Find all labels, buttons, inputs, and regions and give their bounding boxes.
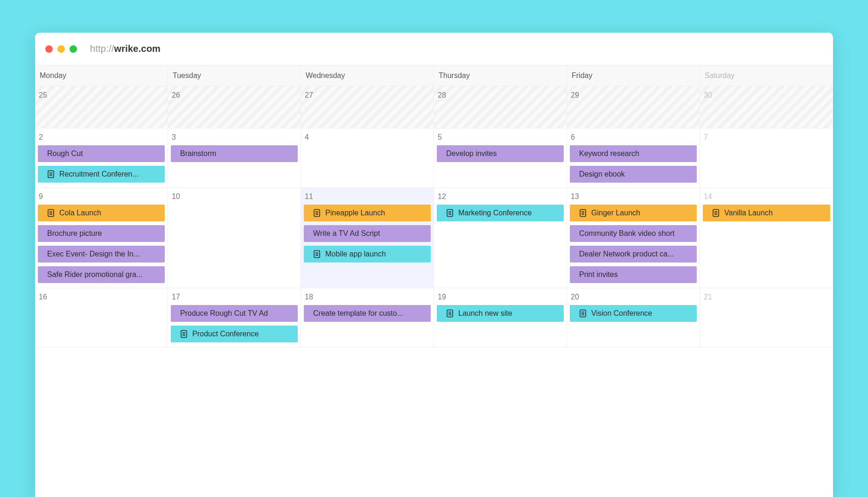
day-cell[interactable]: 16 — [35, 288, 168, 347]
events-list: Keyword researchDesign ebook — [570, 145, 697, 183]
day-cell[interactable]: 10 — [168, 188, 301, 288]
calendar-event[interactable]: Marketing Conference — [437, 205, 564, 221]
calendar-event[interactable]: Ginger Launch — [570, 205, 697, 221]
document-icon — [180, 330, 188, 338]
calendar-event[interactable]: Recruitment Conferen... — [38, 166, 165, 183]
day-cell[interactable]: 28 — [434, 86, 567, 128]
day-cell[interactable]: 5Develop invites — [434, 128, 567, 187]
document-icon — [47, 170, 55, 178]
event-label: Rough Cut — [47, 149, 83, 158]
day-number: 9 — [39, 192, 165, 201]
document-icon — [313, 250, 321, 258]
calendar-event[interactable]: Develop invites — [437, 145, 564, 162]
day-number: 10 — [172, 192, 298, 201]
day-header: Friday — [567, 65, 700, 86]
day-cell[interactable]: 11Pineapple LaunchWrite a TV Ad ScriptMo… — [301, 188, 434, 288]
event-label: Ginger Launch — [591, 209, 640, 217]
day-number: 30 — [704, 91, 830, 99]
events-list: Brainstorm — [171, 145, 298, 162]
day-cell[interactable]: 14Vanilla Launch — [700, 188, 833, 288]
day-cell[interactable]: 2Rough CutRecruitment Conferen... — [35, 128, 168, 187]
day-number: 4 — [305, 133, 431, 142]
day-cell[interactable]: 18Create template for custo... — [301, 288, 434, 347]
day-cell[interactable]: 17Produce Rough Cut TV AdProduct Confere… — [168, 288, 301, 347]
calendar-event[interactable]: Design ebook — [570, 166, 697, 183]
events-list: Vision Conference — [570, 305, 697, 322]
calendar-event[interactable]: Safe Rider promotional gra... — [38, 266, 165, 283]
day-number: 14 — [704, 192, 830, 201]
window-controls — [45, 45, 77, 53]
calendar: MondayTuesdayWednesdayThursdayFridaySatu… — [35, 65, 833, 497]
calendar-event[interactable]: Brainstorm — [171, 145, 298, 162]
day-cell[interactable]: 27 — [301, 86, 434, 128]
day-number: 21 — [704, 293, 830, 301]
calendar-event[interactable]: Cola Launch — [38, 205, 165, 221]
calendar-event[interactable]: Create template for custo... — [304, 305, 431, 322]
calendar-event[interactable]: Print invites — [570, 266, 697, 283]
calendar-event[interactable]: Vision Conference — [570, 305, 697, 322]
day-cell[interactable]: 4 — [301, 128, 434, 187]
calendar-week: 1617Produce Rough Cut TV AdProduct Confe… — [35, 288, 833, 348]
day-cell[interactable]: 6Keyword researchDesign ebook — [567, 128, 700, 187]
event-label: Mobile app launch — [325, 250, 386, 258]
calendar-week: 9Cola LaunchBrochure pictureExec Event- … — [35, 188, 833, 288]
document-icon — [47, 209, 55, 217]
event-label: Brainstorm — [180, 149, 216, 158]
event-label: Community Bank video short — [579, 229, 675, 238]
calendar-event[interactable]: Mobile app launch — [304, 246, 431, 263]
event-label: Produce Rough Cut TV Ad — [180, 309, 268, 318]
close-window-icon[interactable] — [45, 45, 53, 53]
day-cell[interactable]: 13Ginger LaunchCommunity Bank video shor… — [567, 188, 700, 288]
events-list: Launch new site — [437, 305, 564, 322]
events-list: Vanilla Launch — [703, 205, 830, 221]
day-header: Wednesday — [301, 65, 434, 86]
events-list: Rough CutRecruitment Conferen... — [38, 145, 165, 183]
day-cell[interactable]: 25 — [35, 86, 168, 128]
calendar-event[interactable]: Write a TV Ad Script — [304, 225, 431, 242]
day-cell[interactable]: 26 — [168, 86, 301, 128]
day-number: 16 — [39, 293, 165, 301]
day-cell[interactable]: 9Cola LaunchBrochure pictureExec Event- … — [35, 188, 168, 288]
calendar-event[interactable]: Pineapple Launch — [304, 205, 431, 221]
day-number: 11 — [305, 192, 431, 201]
event-label: Write a TV Ad Script — [313, 229, 380, 238]
event-label: Marketing Conference — [458, 209, 532, 217]
day-cell[interactable]: 19Launch new site — [434, 288, 567, 347]
events-list: Develop invites — [437, 145, 564, 162]
calendar-event[interactable]: Dealer Network product ca... — [570, 246, 697, 263]
event-label: Cola Launch — [59, 209, 101, 217]
day-cell[interactable]: 29 — [567, 86, 700, 128]
events-list: Ginger LaunchCommunity Bank video shortD… — [570, 205, 697, 283]
url-bar[interactable]: http://wrike.com — [90, 43, 161, 54]
day-cell[interactable]: 30 — [700, 86, 833, 128]
day-number: 5 — [438, 133, 564, 142]
event-label: Exec Event- Design the In... — [47, 250, 140, 258]
event-label: Recruitment Conferen... — [59, 170, 139, 178]
calendar-event[interactable]: Keyword research — [570, 145, 697, 162]
calendar-event[interactable]: Brochure picture — [38, 225, 165, 242]
day-cell[interactable]: 21 — [700, 288, 833, 347]
calendar-event[interactable]: Produce Rough Cut TV Ad — [171, 305, 298, 322]
event-label: Vanilla Launch — [724, 209, 773, 217]
day-cell[interactable]: 7 — [700, 128, 833, 187]
events-list: Produce Rough Cut TV AdProduct Conferenc… — [171, 305, 298, 342]
day-cell[interactable]: 12Marketing Conference — [434, 188, 567, 288]
events-list: Pineapple LaunchWrite a TV Ad ScriptMobi… — [304, 205, 431, 263]
calendar-event[interactable]: Exec Event- Design the In... — [38, 246, 165, 263]
calendar-event[interactable]: Product Conference — [171, 326, 298, 342]
event-label: Vision Conference — [591, 309, 652, 318]
calendar-event[interactable]: Vanilla Launch — [703, 205, 830, 221]
calendar-week: 252627282930 — [35, 86, 833, 128]
calendar-event[interactable]: Rough Cut — [38, 145, 165, 162]
calendar-event[interactable]: Launch new site — [437, 305, 564, 322]
minimize-window-icon[interactable] — [57, 45, 65, 53]
day-cell[interactable]: 20Vision Conference — [567, 288, 700, 347]
day-header: Saturday — [700, 65, 833, 86]
events-list: Cola LaunchBrochure pictureExec Event- D… — [38, 205, 165, 283]
event-label: Design ebook — [579, 170, 625, 178]
day-cell[interactable]: 3Brainstorm — [168, 128, 301, 187]
document-icon — [579, 209, 587, 217]
day-number: 20 — [571, 293, 697, 301]
maximize-window-icon[interactable] — [70, 45, 77, 53]
calendar-event[interactable]: Community Bank video short — [570, 225, 697, 242]
